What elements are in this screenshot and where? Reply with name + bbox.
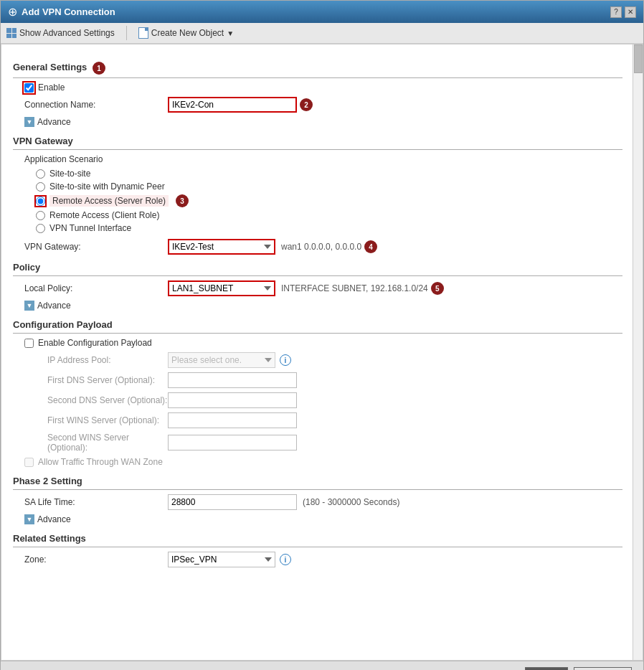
connection-name-input[interactable] — [168, 97, 297, 113]
local-policy-row: Local Policy: LAN1_SUBNET INTERFACE SUBN… — [13, 280, 622, 296]
scrollbar-thumb[interactable] — [634, 44, 643, 73]
second-wins-label: Second WINS Server (Optional): — [24, 433, 168, 453]
local-policy-hint: INTERFACE SUBNET, 192.168.1.0/24 — [281, 283, 428, 293]
section-related: Related Settings — [13, 533, 622, 547]
title-bar-buttons: ? ✕ — [610, 6, 636, 18]
show-advanced-button[interactable]: Show Advanced Settings — [6, 28, 115, 38]
policy-advance-arrow-icon: ▼ — [24, 301, 34, 311]
radio-remote-server-row: Remote Access (Server Role) 3 — [13, 194, 622, 207]
policy-advance-label: Advance — [37, 301, 71, 311]
badge-1: 1 — [93, 62, 105, 75]
radio-remote-access-client-label: Remote Access (Client Role) — [49, 210, 159, 220]
policy-advance-row[interactable]: ▼ Advance — [13, 301, 622, 311]
connection-name-row: Connection Name: 2 — [13, 97, 622, 113]
ip-pool-select[interactable]: Please select one. — [168, 352, 275, 368]
dialog-title: Add VPN Connection — [22, 6, 115, 17]
first-wins-input[interactable] — [168, 412, 297, 428]
zone-select[interactable]: IPSec_VPN — [168, 552, 275, 567]
section-config-payload: Configuration Payload — [13, 319, 622, 334]
second-dns-label: Second DNS Server (Optional): — [24, 395, 168, 405]
app-scenario-label: Application Scenario — [24, 154, 168, 164]
second-dns-row: Second DNS Server (Optional): — [13, 392, 622, 408]
sa-life-time-label: SA Life Time: — [24, 497, 168, 507]
vpn-gateway-row: VPN Gateway: IKEv2-Test wan1 0.0.0.0, 0.… — [13, 239, 622, 255]
toolbar: Show Advanced Settings Create New Object… — [1, 23, 643, 44]
zone-label: Zone: — [24, 555, 168, 565]
section-vpn-gateway: VPN Gateway — [13, 136, 622, 150]
allow-traffic-checkbox[interactable] — [24, 458, 34, 467]
radio-site-to-site-label: Site-to-site — [49, 169, 90, 179]
first-wins-row: First WINS Server (Optional): — [13, 412, 622, 428]
section-policy: Policy — [13, 262, 622, 276]
ip-pool-row: IP Address Pool: Please select one. i — [13, 352, 622, 368]
create-new-label: Create New Object — [151, 28, 224, 38]
radio-remote-access-server[interactable] — [36, 197, 45, 206]
ok-button[interactable]: OK — [525, 667, 568, 670]
dialog-add-vpn: ⊕ Add VPN Connection ? ✕ Show Advanced S… — [0, 0, 644, 670]
phase2-advance-label: Advance — [37, 514, 71, 524]
enable-config-payload-row: Enable Configuration Payload — [13, 338, 622, 348]
scrollbar-track[interactable] — [633, 44, 643, 660]
sa-life-time-input[interactable] — [168, 494, 297, 510]
badge-3: 3 — [176, 194, 189, 207]
local-policy-select[interactable]: LAN1_SUBNET — [168, 280, 275, 296]
radio-remote-client-row: Remote Access (Client Role) — [13, 210, 622, 220]
grid-icon — [6, 28, 16, 38]
radio-site-to-site-dynamic-label: Site-to-site with Dynamic Peer — [49, 181, 165, 192]
radio-site-to-site-row: Site-to-site — [13, 169, 622, 179]
general-advance-row[interactable]: ▼ Advance — [13, 117, 622, 127]
first-dns-input[interactable] — [168, 372, 297, 388]
phase2-advance-arrow-icon: ▼ — [24, 514, 34, 524]
app-scenario-row: Application Scenario — [13, 154, 622, 164]
second-wins-row: Second WINS Server (Optional): — [13, 433, 622, 453]
create-new-button[interactable]: Create New Object ▼ — [138, 27, 234, 39]
section-phase2: Phase 2 Setting — [13, 476, 622, 490]
local-policy-label: Local Policy: — [24, 283, 168, 293]
enable-config-payload-label: Enable Configuration Payload — [38, 338, 152, 348]
show-advanced-label: Show Advanced Settings — [19, 28, 115, 38]
badge-2: 2 — [300, 98, 313, 111]
zone-info-icon: i — [280, 554, 291, 565]
footer-bar: OK Cancel — [1, 661, 643, 670]
zone-row: Zone: IPSec_VPN i — [13, 552, 622, 567]
ip-pool-label: IP Address Pool: — [24, 355, 168, 365]
ip-pool-info-icon: i — [280, 354, 291, 366]
radio-vpn-tunnel-row: VPN Tunnel Interface — [13, 223, 622, 233]
enable-label: Enable — [38, 82, 65, 93]
vpn-gateway-select[interactable]: IKEv2-Test — [168, 239, 275, 255]
radio-remote-access-client[interactable] — [36, 211, 45, 220]
badge-4: 4 — [364, 240, 377, 253]
radio-site-to-site-dynamic[interactable] — [36, 182, 45, 192]
allow-traffic-label: Allow Traffic Through WAN Zone — [38, 457, 163, 467]
sa-life-time-row: SA Life Time: (180 - 3000000 Seconds) — [13, 494, 622, 510]
enable-checkbox[interactable] — [24, 83, 34, 93]
connection-name-label: Connection Name: — [24, 100, 168, 110]
vpn-icon: ⊕ — [8, 5, 17, 19]
first-wins-label: First WINS Server (Optional): — [24, 415, 168, 425]
second-dns-input[interactable] — [168, 392, 297, 408]
title-bar: ⊕ Add VPN Connection ? ✕ — [1, 1, 643, 23]
second-wins-input[interactable] — [168, 435, 297, 450]
first-dns-row: First DNS Server (Optional): — [13, 372, 622, 388]
close-button[interactable]: ✕ — [625, 6, 636, 18]
section-general: General Settings 1 — [13, 62, 622, 78]
general-advance-label: Advance — [37, 117, 71, 127]
radio-vpn-tunnel[interactable] — [36, 224, 45, 233]
radio-site-to-site-dynamic-row: Site-to-site with Dynamic Peer — [13, 181, 622, 192]
radio-remote-access-server-label: Remote Access (Server Role) — [49, 195, 169, 207]
badge-5: 5 — [431, 282, 444, 295]
doc-icon — [138, 27, 148, 39]
content-area: General Settings 1 Enable Connection Nam… — [1, 44, 643, 661]
vpn-gateway-label: VPN Gateway: — [24, 242, 168, 252]
enable-config-payload-checkbox[interactable] — [24, 339, 34, 348]
help-button[interactable]: ? — [610, 6, 622, 18]
cancel-button[interactable]: Cancel — [574, 667, 632, 670]
advance-arrow-icon: ▼ — [24, 117, 34, 127]
radio-site-to-site[interactable] — [36, 169, 45, 179]
sa-life-time-hint: (180 - 3000000 Seconds) — [303, 497, 399, 507]
allow-traffic-row: Allow Traffic Through WAN Zone — [13, 457, 622, 467]
radio-vpn-tunnel-label: VPN Tunnel Interface — [49, 223, 131, 233]
enable-row: Enable — [13, 82, 622, 93]
phase2-advance-row[interactable]: ▼ Advance — [13, 514, 622, 524]
toolbar-divider — [126, 26, 127, 40]
